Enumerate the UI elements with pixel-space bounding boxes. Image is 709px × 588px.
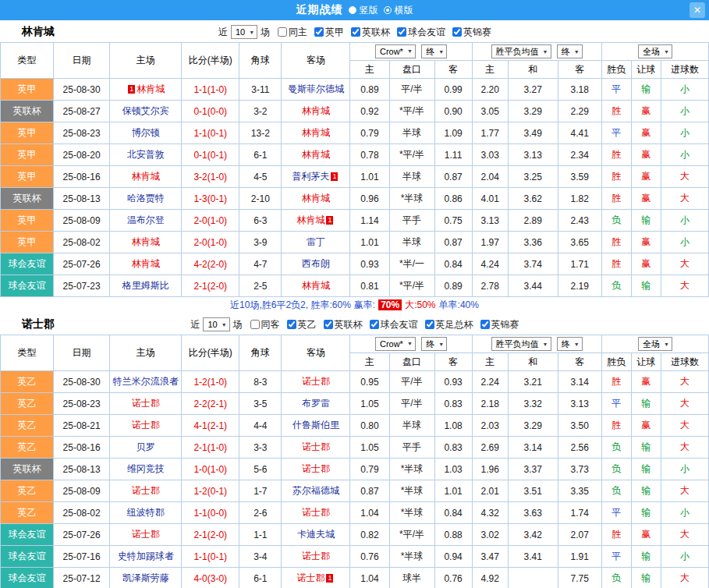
team-link[interactable]: 曼斯菲尔德城	[288, 83, 344, 94]
league-filter-checkbox-box[interactable]	[452, 27, 462, 37]
handicap-cell-text: *平/半	[399, 280, 424, 291]
league-cell-text: 球会友谊	[9, 258, 46, 269]
team-link[interactable]: 林肯城	[132, 236, 160, 247]
team-link[interactable]: 诺士郡	[132, 420, 160, 430]
match-row: 英乙25-08-09诺士郡1-2(0-1)1-7苏尔福德城0.87*半球1.01…	[1, 480, 709, 502]
team-link[interactable]: 诺士郡	[132, 529, 160, 540]
team-link[interactable]: 布罗雷	[302, 398, 330, 409]
checkbox-label: 同主	[289, 26, 307, 39]
team-link[interactable]: 博尔顿	[132, 127, 160, 138]
league-filter-checkbox[interactable]: 英锦赛	[480, 318, 519, 331]
team-link[interactable]: 林肯城	[132, 171, 160, 182]
close-button[interactable]: ✕	[690, 2, 705, 18]
league-filter-checkbox[interactable]: 英联杯	[351, 26, 390, 39]
team-link[interactable]: 温布尔登	[127, 214, 165, 225]
avg-away-cell: 3.65	[558, 232, 601, 253]
team-link[interactable]: 史特加踢球者	[118, 551, 174, 561]
team-link[interactable]: 贝罗	[136, 441, 155, 452]
corner-cell-text: 1-7	[253, 486, 267, 497]
team-link[interactable]: 林肯城	[302, 127, 330, 138]
home-odds-cell: 0.78	[350, 144, 389, 166]
team-link[interactable]: 纽波特郡	[127, 507, 165, 518]
team-link[interactable]: 诺士郡	[302, 376, 330, 387]
league-filter-checkbox-box[interactable]	[314, 27, 324, 37]
team-link[interactable]: 诺士郡	[132, 398, 160, 409]
team-link[interactable]: 苏尔福德城	[292, 485, 339, 496]
col-header-avg-home: 主	[472, 353, 508, 371]
league-filter-checkbox[interactable]: 球会友谊	[370, 318, 418, 331]
avg-final-select[interactable]: 终▼	[557, 337, 583, 351]
avg-home-cell-text: 2.18	[480, 398, 498, 409]
team-link[interactable]: 林肯城	[302, 193, 330, 204]
team-link[interactable]: 哈洛贾特	[127, 193, 165, 204]
away-odds-cell-text: 0.86	[444, 193, 462, 204]
layout-radio-horizontal[interactable]: 横版	[384, 4, 413, 17]
odds-final-select[interactable]: 终▼	[421, 44, 447, 58]
league-filter-checkbox[interactable]: 英锦赛	[452, 26, 491, 39]
match-count-select[interactable]: 10▼	[231, 25, 257, 39]
odds-source-select[interactable]: Crow*▼	[375, 337, 416, 351]
team-link[interactable]: 林肯城	[132, 258, 160, 269]
team-link[interactable]: 凯泽斯劳藤	[122, 572, 169, 583]
team-link[interactable]: 北安普敦	[127, 149, 165, 160]
away-team-cell: 什鲁斯伯里	[282, 415, 350, 437]
team-link[interactable]: 诺士郡	[302, 463, 330, 474]
league-filter-checkbox-box[interactable]	[370, 320, 379, 329]
league-filter-checkbox-box[interactable]	[324, 320, 333, 329]
league-filter-checkbox-box[interactable]	[425, 320, 434, 329]
home-odds-cell: 0.79	[350, 459, 389, 480]
team-link[interactable]: 诺士郡	[302, 507, 330, 518]
team-link[interactable]: 林肯城	[302, 280, 330, 291]
league-filter-checkbox-box[interactable]	[351, 27, 360, 37]
col-header-away: 客场	[282, 335, 350, 371]
league-filter-checkbox[interactable]: 球会友谊	[397, 26, 445, 39]
home-team-cell: 林肯城	[110, 232, 182, 253]
match-row: 英乙25-08-23诺士郡2-2(2-1)3-5布罗雷1.05平/半0.832.…	[1, 393, 709, 415]
league-filter-checkbox[interactable]: 英乙	[287, 318, 317, 331]
score-cell: 4-2(2-0)	[182, 253, 239, 275]
team-link[interactable]: 诺士郡	[302, 441, 330, 452]
avg-final-select[interactable]: 终▼	[557, 44, 583, 58]
score-cell-text: 1-1(0-0)	[193, 508, 227, 519]
home-team-cell: 诺士郡	[110, 480, 182, 502]
team-link[interactable]: 什鲁斯伯里	[292, 420, 339, 430]
team-link[interactable]: 林肯城	[302, 105, 330, 116]
scope-select[interactable]: 全场▼	[638, 44, 672, 58]
odds-final-select[interactable]: 终▼	[421, 337, 447, 351]
handicap-result-cell: 输	[631, 275, 661, 297]
avg-odds-select[interactable]: 胜平负均值▼	[491, 44, 551, 58]
layout-radio-vertical[interactable]: 竖版	[349, 4, 378, 17]
team-link[interactable]: 林肯城	[136, 83, 165, 94]
scope-select[interactable]: 全场▼	[638, 337, 672, 351]
same-venue-checkbox-box[interactable]	[278, 27, 287, 37]
date-cell-text: 25-08-13	[63, 464, 101, 475]
league-filter-checkbox[interactable]: 英甲	[314, 26, 344, 39]
same-venue-checkbox-box[interactable]	[250, 320, 260, 329]
avg-away-cell-text: 1.91	[571, 551, 589, 562]
team-link[interactable]: 格里姆斯比	[122, 280, 169, 291]
team-link[interactable]: 诺士郡	[302, 551, 330, 561]
same-venue-checkbox[interactable]: 同主	[278, 26, 307, 39]
handicap-cell: 平/半	[389, 371, 434, 393]
team-link[interactable]: 诺士郡	[296, 572, 324, 583]
league-filter-checkbox[interactable]: 英足总杯	[425, 318, 473, 331]
league-filter-checkbox-box[interactable]	[480, 320, 490, 329]
league-filter-checkbox-box[interactable]	[287, 320, 296, 329]
team-link[interactable]: 普利茅夫	[292, 171, 329, 182]
team-link[interactable]: 维冈竞技	[127, 463, 165, 474]
league-filter-checkbox[interactable]: 英联杯	[324, 318, 363, 331]
league-filter-checkbox-box[interactable]	[397, 27, 406, 37]
chevron-down-icon: ▼	[222, 322, 227, 328]
odds-source-select[interactable]: Crow*▼	[375, 44, 416, 58]
team-link[interactable]: 特兰米尔流浪者	[113, 376, 179, 387]
team-link[interactable]: 卡迪夫城	[297, 529, 335, 540]
team-link[interactable]: 雷丁	[307, 236, 325, 247]
team-link[interactable]: 保顿艾尔宾	[122, 105, 169, 116]
team-link[interactable]: 西布朗	[302, 258, 330, 269]
team-link[interactable]: 林肯城	[296, 214, 324, 225]
team-link[interactable]: 诺士郡	[132, 485, 160, 496]
match-count-select[interactable]: 10▼	[203, 317, 229, 331]
same-venue-checkbox[interactable]: 同客	[250, 318, 280, 331]
avg-odds-select[interactable]: 胜平负均值▼	[491, 337, 551, 351]
team-link[interactable]: 林肯城	[302, 149, 330, 160]
